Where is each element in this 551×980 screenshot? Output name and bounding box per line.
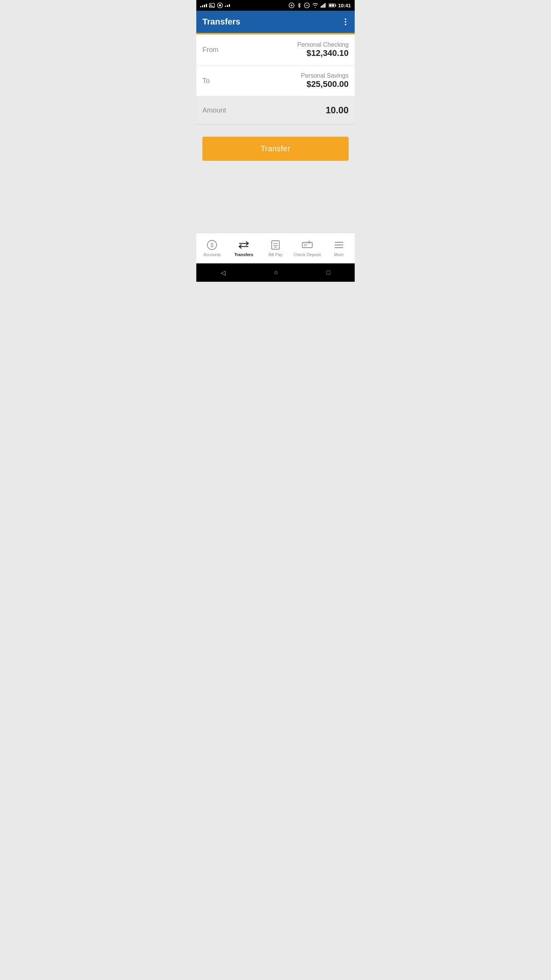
signal-dots-icon xyxy=(225,4,230,7)
check-deposit-label: Check Deposit xyxy=(293,252,321,257)
nav-item-transfers[interactable]: Transfers xyxy=(228,233,260,263)
accounts-icon: $ xyxy=(207,240,217,250)
status-right: 10:41 xyxy=(289,2,351,8)
transfers-label: Transfers xyxy=(234,252,253,257)
nav-item-bill-pay[interactable]: Bill Pay xyxy=(260,233,292,263)
more-label: More xyxy=(334,252,344,257)
svg-rect-11 xyxy=(322,5,323,8)
svg-rect-10 xyxy=(321,6,322,8)
accounts-label: Accounts xyxy=(204,252,221,257)
amount-label: Amount xyxy=(202,106,226,114)
app-header: Transfers xyxy=(196,11,355,33)
transfer-button[interactable]: Transfer xyxy=(202,137,349,161)
svg-point-9 xyxy=(315,7,316,8)
svg-point-3 xyxy=(219,4,221,6)
time-display: 10:41 xyxy=(338,3,351,8)
signal-strength-icon xyxy=(321,3,327,8)
form-area: From Personal Checking $12,340.10 To Per… xyxy=(196,34,355,96)
more-icon xyxy=(334,240,344,250)
back-button[interactable]: ◁ xyxy=(221,269,225,276)
svg-point-1 xyxy=(210,4,212,5)
nav-item-more[interactable]: More xyxy=(323,233,355,263)
android-nav-bar: ◁ ○ □ xyxy=(196,263,355,282)
svg-rect-15 xyxy=(335,5,336,6)
svg-rect-12 xyxy=(323,4,324,8)
bill-pay-label: Bill Pay xyxy=(269,252,283,257)
svg-rect-27 xyxy=(302,242,312,248)
from-account-name: Personal Checking xyxy=(297,41,349,48)
amount-value: 10.00 xyxy=(326,105,349,116)
status-left xyxy=(200,2,230,8)
status-bar: 10:41 xyxy=(196,0,355,11)
recents-button[interactable]: □ xyxy=(327,269,331,276)
to-account-balance: $25,500.00 xyxy=(301,79,349,89)
wifi-icon xyxy=(312,3,319,8)
to-account-name: Personal Savings xyxy=(301,72,349,79)
image-icon xyxy=(209,2,215,8)
page-title: Transfers xyxy=(202,17,240,27)
battery-icon xyxy=(329,3,336,8)
to-row[interactable]: To Personal Savings $25,500.00 xyxy=(196,65,355,96)
svg-text:$: $ xyxy=(210,242,214,248)
amount-row[interactable]: Amount 10.00 xyxy=(196,96,355,124)
overflow-menu-button[interactable] xyxy=(342,16,349,28)
bill-pay-icon xyxy=(270,240,281,250)
circle-icon xyxy=(217,2,223,8)
to-label: To xyxy=(202,77,210,85)
svg-rect-24 xyxy=(272,241,279,249)
from-label: From xyxy=(202,46,218,54)
to-account-value: Personal Savings $25,500.00 xyxy=(301,72,349,89)
nav-item-accounts[interactable]: $ Accounts xyxy=(196,233,228,263)
svg-rect-13 xyxy=(324,3,326,8)
transfers-icon xyxy=(238,240,249,250)
bottom-nav: $ Accounts Transfers Bill Pay xyxy=(196,233,355,263)
from-row[interactable]: From Personal Checking $12,340.10 xyxy=(196,34,355,65)
from-account-balance: $12,340.10 xyxy=(297,48,349,58)
check-deposit-icon xyxy=(302,240,313,250)
home-button[interactable]: ○ xyxy=(274,269,278,276)
add-circle-icon xyxy=(289,2,295,8)
signal-icon xyxy=(200,4,207,7)
bluetooth-icon xyxy=(297,2,302,8)
from-account-value: Personal Checking $12,340.10 xyxy=(297,41,349,58)
minus-circle-icon xyxy=(304,2,310,8)
content-area: Transfer xyxy=(196,124,355,233)
nav-item-check-deposit[interactable]: Check Deposit xyxy=(291,233,323,263)
